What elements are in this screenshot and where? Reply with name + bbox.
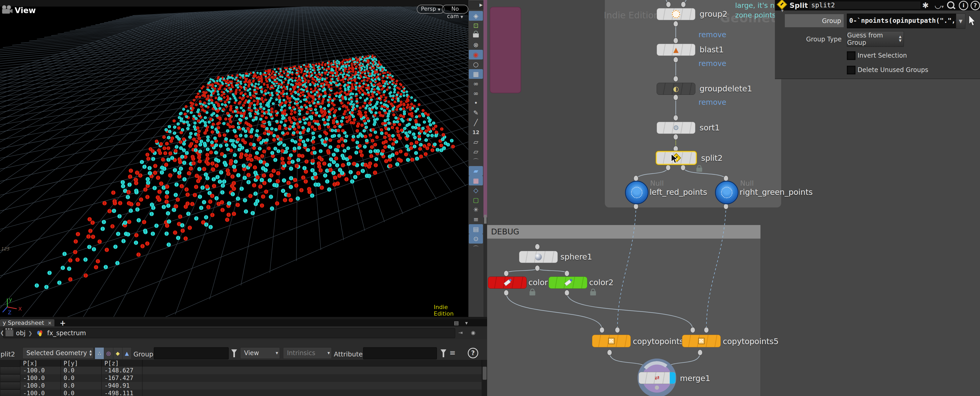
- table-cell[interactable]: [143, 367, 482, 374]
- table-cell[interactable]: -148.627: [102, 367, 143, 374]
- arc-menu-icon[interactable]: ⌒: [469, 244, 483, 253]
- brush-icon[interactable]: ✎: [469, 108, 483, 118]
- table-cell[interactable]: 0.0: [61, 367, 102, 374]
- light-icon[interactable]: ○: [469, 59, 483, 69]
- gear-menu-icon[interactable]: ✱: [922, 1, 929, 10]
- points-mode-button[interactable]: ∴: [95, 347, 104, 359]
- plane-12-icon[interactable]: ▱: [469, 147, 483, 156]
- node-copytopoints1[interactable]: [592, 335, 631, 347]
- background-image-icon[interactable]: ▤: [469, 224, 483, 234]
- pane-divider[interactable]: [484, 0, 487, 217]
- network-editor[interactable]: DEBUG Indie Edition Geometry large, it's…: [487, 0, 980, 396]
- tab-geometry-spreadsheet[interactable]: y Spreadsheet✕: [0, 319, 54, 326]
- row-number-cell[interactable]: [0, 367, 21, 374]
- breadcrumb-node[interactable]: fx_spectrum: [47, 329, 86, 337]
- view-mode-select[interactable]: View▼: [240, 347, 280, 359]
- table-cell[interactable]: 0.0: [61, 374, 102, 382]
- pan-icon[interactable]: ◡▼: [934, 0, 943, 10]
- column-header-pz[interactable]: P[z]: [102, 360, 143, 367]
- vertices-mode-button[interactable]: ◎: [104, 347, 113, 359]
- snap-mode-icon[interactable]: ◉: [469, 50, 483, 59]
- info-icon[interactable]: i: [959, 1, 968, 10]
- node-left-red-points[interactable]: [625, 181, 649, 204]
- plane-pen-icon[interactable]: ▱: [469, 137, 483, 147]
- list-options-icon[interactable]: ≡: [449, 348, 455, 357]
- table-cell[interactable]: -100.0: [21, 382, 61, 390]
- delete-unused-checkbox[interactable]: [847, 66, 856, 74]
- pane-scroll-strip[interactable]: [484, 217, 487, 317]
- node-color1[interactable]: [488, 276, 527, 289]
- table-cell[interactable]: -498.111: [102, 390, 143, 396]
- detail-mode-button[interactable]: ▲: [122, 347, 132, 359]
- shaded-mode-icon[interactable]: ▦: [469, 69, 483, 79]
- circle-lines-icon[interactable]: ≡: [469, 214, 483, 224]
- help-icon[interactable]: ?: [468, 348, 478, 358]
- pen-icon[interactable]: ╱: [469, 118, 483, 127]
- toolbar-expand-button[interactable]: ▶: [469, 1, 484, 10]
- node-sphere1[interactable]: [519, 251, 558, 263]
- location-pin-icon[interactable]: ⊙: [469, 234, 483, 244]
- select-mode-icon[interactable]: ⊡: [469, 21, 483, 30]
- magnifier-icon[interactable]: [947, 1, 955, 9]
- uv-plane-icon[interactable]: ▰: [469, 166, 483, 176]
- diamond-view-icon[interactable]: ◇: [469, 185, 483, 195]
- viewport-3d[interactable]: View Persp ▼ No cam ▼ 125 Indie Edition: [0, 0, 468, 317]
- group-type-menu[interactable]: Guess from Group ▲▼: [847, 31, 904, 47]
- column-header-px[interactable]: P[x]: [21, 360, 61, 367]
- patch-icon[interactable]: ▢: [469, 195, 483, 205]
- panel-dropdown-icon[interactable]: ▾: [465, 320, 468, 326]
- scroll-thumb[interactable]: [484, 215, 487, 224]
- path-breadcrumb[interactable]: obj ❯ fx_spectrum: [3, 328, 455, 338]
- row-number-cell[interactable]: [0, 390, 21, 396]
- pin-panel-icon[interactable]: ◉: [471, 329, 475, 336]
- row-number-cell[interactable]: [0, 382, 21, 390]
- glasses-play-icon[interactable]: ∞: [469, 88, 483, 98]
- close-tab-icon[interactable]: ✕: [48, 320, 52, 326]
- remove-tag[interactable]: remove: [698, 98, 726, 107]
- intrinsics-select[interactable]: Intrinsics▼: [283, 347, 332, 359]
- glasses-icon[interactable]: ∞: [469, 79, 483, 88]
- table-cell[interactable]: [143, 390, 482, 396]
- table-cell[interactable]: -100.0: [21, 367, 61, 374]
- group-param-label[interactable]: Group: [785, 14, 844, 27]
- panel-menu-icon[interactable]: ▤: [454, 320, 459, 326]
- table-cell[interactable]: [143, 382, 482, 390]
- follow-selection-icon[interactable]: ⇥: [458, 329, 463, 336]
- table-cell[interactable]: -100.0: [21, 374, 61, 382]
- split-node-icon[interactable]: ▼: [778, 1, 785, 8]
- set-view-icon[interactable]: ◈: [469, 11, 483, 21]
- help-icon[interactable]: ?: [970, 1, 980, 10]
- frame-12-icon[interactable]: 12: [469, 127, 483, 137]
- primitives-mode-button[interactable]: ◆: [113, 347, 123, 359]
- node-name-input[interactable]: split2: [808, 1, 921, 10]
- row-number-cell[interactable]: [0, 374, 21, 382]
- table-cell[interactable]: -167.427: [102, 374, 143, 382]
- lock-selection-icon[interactable]: [469, 30, 483, 40]
- persp-menu-button[interactable]: Persp ▼: [417, 5, 444, 14]
- table-scrollbar[interactable]: [482, 360, 487, 396]
- node-groupdelete1[interactable]: ◐: [657, 83, 695, 95]
- table-cell[interactable]: -100.0: [21, 390, 61, 396]
- node-copytopoints5[interactable]: [682, 335, 721, 347]
- curve-handle-icon[interactable]: ⌒: [469, 156, 483, 166]
- texture-checker-icon[interactable]: ▦: [469, 176, 483, 185]
- geometry-source-select[interactable]: Selected Geometry▲▼: [22, 347, 94, 359]
- pane-divider-horizontal[interactable]: [0, 317, 487, 319]
- invert-selection-checkbox[interactable]: [847, 51, 856, 60]
- node-blast1[interactable]: ▲: [657, 44, 695, 56]
- node-right-green-points[interactable]: [715, 181, 738, 204]
- row-number-header[interactable]: [0, 360, 21, 367]
- node-color2[interactable]: [549, 276, 587, 289]
- lights-off-icon[interactable]: ⊗: [469, 40, 483, 50]
- table-cell[interactable]: 0.0: [61, 382, 102, 390]
- breadcrumb-obj[interactable]: obj: [16, 329, 25, 337]
- group-filter-input[interactable]: [154, 347, 229, 359]
- group-dropdown-button[interactable]: ▼: [956, 14, 965, 29]
- filter-funnel-icon[interactable]: [441, 350, 446, 354]
- group-param-input[interactable]: 0-`npoints(opinputpath(".",0))`:2: [847, 14, 957, 28]
- point-display-icon[interactable]: •: [469, 98, 483, 108]
- display-flag[interactable]: [670, 372, 676, 384]
- reselect-arrow-icon[interactable]: [968, 15, 976, 26]
- viewport-canvas[interactable]: [0, 0, 468, 317]
- remove-tag[interactable]: remove: [698, 59, 726, 68]
